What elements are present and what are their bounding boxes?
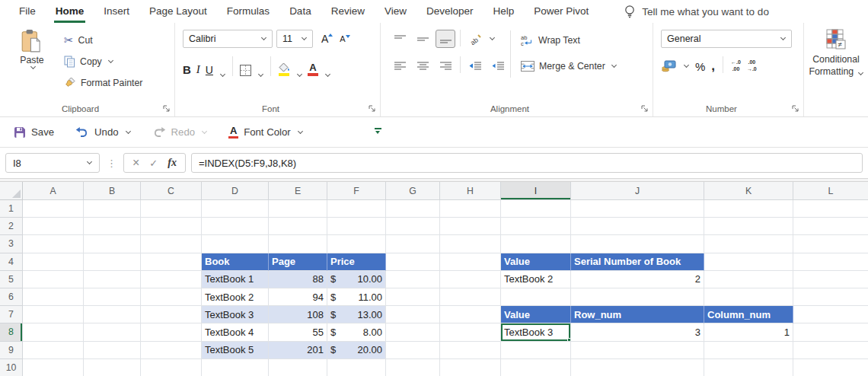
decrease-font-size-button[interactable]: A bbox=[340, 35, 349, 43]
tab-formulas[interactable]: Formulas bbox=[217, 0, 279, 23]
cell-A3[interactable] bbox=[23, 235, 84, 253]
font-color-chevron[interactable] bbox=[325, 72, 330, 77]
row-header-2[interactable]: 2 bbox=[0, 218, 23, 235]
cell-D3[interactable] bbox=[202, 235, 269, 253]
cell-C6[interactable] bbox=[141, 288, 202, 306]
cell-J10[interactable] bbox=[571, 359, 704, 376]
column-header-H[interactable]: H bbox=[440, 182, 501, 200]
cell-H7[interactable] bbox=[440, 306, 501, 323]
tab-data[interactable]: Data bbox=[279, 0, 321, 23]
column-header-C[interactable]: C bbox=[141, 182, 202, 200]
cell-C10[interactable] bbox=[141, 359, 202, 376]
align-center-button[interactable] bbox=[413, 56, 432, 75]
decrease-decimal-button[interactable]: .00 →.0 bbox=[747, 59, 757, 73]
row-header-7[interactable]: 7 bbox=[0, 306, 23, 323]
cell-H1[interactable] bbox=[440, 200, 501, 218]
cell-F7[interactable]: $13.00 bbox=[327, 306, 386, 323]
cell-H10[interactable] bbox=[440, 359, 501, 376]
column-header-B[interactable]: B bbox=[84, 182, 141, 200]
underline-button[interactable]: U bbox=[206, 64, 213, 76]
comma-style-button[interactable]: , bbox=[711, 59, 715, 74]
wrap-text-button[interactable]: ab c Wrap Text bbox=[521, 32, 580, 48]
accounting-format-button[interactable] bbox=[661, 60, 676, 72]
paste-button[interactable]: Paste bbox=[11, 29, 53, 69]
paste-dropdown-chevron[interactable] bbox=[30, 64, 35, 69]
borders-button[interactable] bbox=[240, 65, 251, 76]
cell-B3[interactable] bbox=[84, 235, 141, 253]
cell-I10[interactable] bbox=[501, 359, 571, 376]
enter-icon[interactable]: ✓ bbox=[149, 158, 158, 169]
cell-D6[interactable]: TextBook 2 bbox=[202, 288, 269, 306]
cell-F10[interactable] bbox=[327, 359, 386, 376]
percent-style-button[interactable]: % bbox=[695, 60, 705, 73]
cell-D5[interactable]: TextBook 1 bbox=[202, 271, 269, 288]
cell-J2[interactable] bbox=[571, 218, 704, 235]
cell-J1[interactable] bbox=[571, 200, 704, 218]
cell-I1[interactable] bbox=[501, 200, 571, 218]
column-header-G[interactable]: G bbox=[386, 182, 440, 200]
cell-I6[interactable] bbox=[501, 288, 571, 306]
orientation-button[interactable]: ab bbox=[465, 30, 485, 48]
cell-F5[interactable]: $10.00 bbox=[327, 271, 386, 288]
cell-A10[interactable] bbox=[23, 359, 84, 376]
cell-A2[interactable] bbox=[23, 218, 84, 235]
row-header-8[interactable]: 8 bbox=[0, 323, 23, 341]
cell-E6[interactable]: 94 bbox=[269, 288, 327, 306]
tab-developer[interactable]: Developer bbox=[416, 0, 483, 23]
column-header-J[interactable]: J bbox=[571, 182, 704, 200]
cell-E1[interactable] bbox=[269, 200, 327, 218]
cell-A9[interactable] bbox=[23, 342, 84, 359]
column-header-I[interactable]: I bbox=[501, 182, 571, 200]
cell-B5[interactable] bbox=[84, 271, 141, 288]
tab-view[interactable]: View bbox=[375, 0, 416, 23]
cell-H2[interactable] bbox=[440, 218, 501, 235]
tab-insert[interactable]: Insert bbox=[94, 0, 139, 23]
increase-font-size-button[interactable]: A bbox=[321, 33, 333, 44]
cell-D9[interactable]: TextBook 5 bbox=[202, 342, 269, 359]
column-header-A[interactable]: A bbox=[23, 182, 84, 200]
cell-K10[interactable] bbox=[704, 359, 793, 376]
cell-D7[interactable]: TextBook 3 bbox=[202, 306, 269, 323]
cell-I5[interactable]: TextBook 2 bbox=[501, 271, 571, 288]
cell-F8[interactable]: $8.00 bbox=[327, 323, 386, 341]
cell-C4[interactable] bbox=[141, 253, 202, 271]
middle-align-button[interactable] bbox=[413, 30, 432, 48]
cell-B8[interactable] bbox=[84, 323, 141, 341]
fill-handle[interactable] bbox=[567, 338, 571, 342]
cell-L6[interactable] bbox=[793, 288, 868, 306]
cell-L10[interactable] bbox=[793, 359, 868, 376]
cell-K6[interactable] bbox=[704, 288, 793, 306]
cell-C7[interactable] bbox=[141, 306, 202, 323]
align-left-button[interactable] bbox=[390, 56, 410, 75]
cell-A8[interactable] bbox=[23, 323, 84, 341]
fill-color-chevron[interactable] bbox=[297, 72, 302, 77]
copy-dropdown-chevron[interactable] bbox=[108, 57, 113, 62]
cell-K4[interactable] bbox=[704, 253, 793, 271]
orientation-chevron[interactable] bbox=[490, 35, 495, 40]
copy-button[interactable]: Copy bbox=[64, 53, 142, 69]
row-header-5[interactable]: 5 bbox=[0, 271, 23, 288]
cell-E2[interactable] bbox=[269, 218, 327, 235]
cell-C2[interactable] bbox=[141, 218, 202, 235]
increase-indent-button[interactable] bbox=[488, 56, 508, 75]
row-header-1[interactable]: 1 bbox=[0, 200, 23, 218]
cell-L8[interactable] bbox=[793, 323, 868, 341]
column-header-L[interactable]: L bbox=[793, 182, 868, 200]
accounting-format-chevron[interactable] bbox=[684, 62, 689, 68]
redo-button[interactable]: Redo bbox=[152, 126, 208, 138]
cell-K7[interactable]: Column_num bbox=[704, 306, 793, 323]
bottom-align-button[interactable] bbox=[436, 30, 455, 48]
bold-button[interactable]: B bbox=[183, 63, 191, 76]
cell-K1[interactable] bbox=[704, 200, 793, 218]
qat-font-color-button[interactable]: A Font Color bbox=[228, 126, 303, 139]
cell-G6[interactable] bbox=[386, 288, 440, 306]
cell-J3[interactable] bbox=[571, 235, 704, 253]
cell-E4[interactable]: Page bbox=[269, 253, 327, 271]
row-header-10[interactable]: 10 bbox=[0, 359, 23, 376]
row-header-6[interactable]: 6 bbox=[0, 288, 23, 306]
cell-L2[interactable] bbox=[793, 218, 868, 235]
cell-J8[interactable]: 3 bbox=[571, 323, 704, 341]
cell-B9[interactable] bbox=[84, 342, 141, 359]
undo-chevron[interactable] bbox=[126, 128, 131, 133]
conditional-formatting-button[interactable]: ≠ Conditional Formatting bbox=[804, 28, 868, 78]
